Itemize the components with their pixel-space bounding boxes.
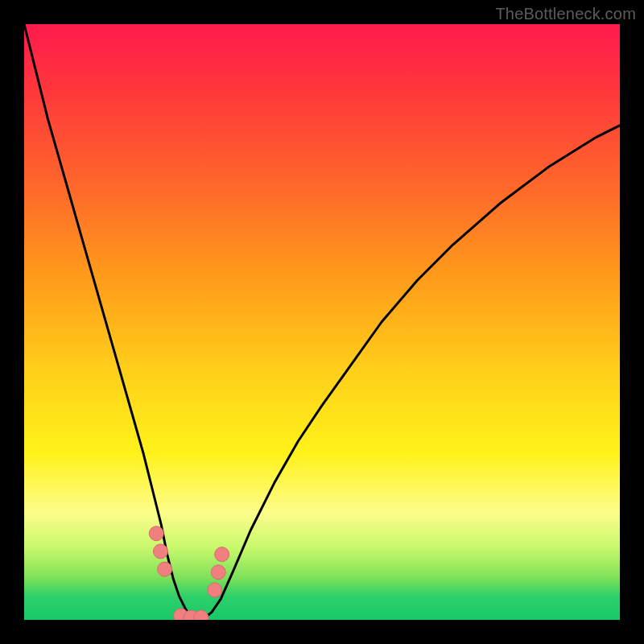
curve-layer bbox=[24, 24, 620, 620]
bottleneck-curve bbox=[24, 24, 620, 618]
chart-container: TheBottleneck.com bbox=[0, 0, 644, 644]
data-marker bbox=[153, 544, 167, 559]
data-marker bbox=[211, 565, 225, 580]
data-marker bbox=[208, 583, 222, 597]
watermark-text: TheBottleneck.com bbox=[495, 5, 636, 23]
data-marker bbox=[149, 526, 163, 541]
data-marker bbox=[215, 547, 229, 562]
data-marker bbox=[158, 562, 172, 576]
plot-area bbox=[24, 24, 620, 620]
data-marker bbox=[194, 610, 208, 620]
